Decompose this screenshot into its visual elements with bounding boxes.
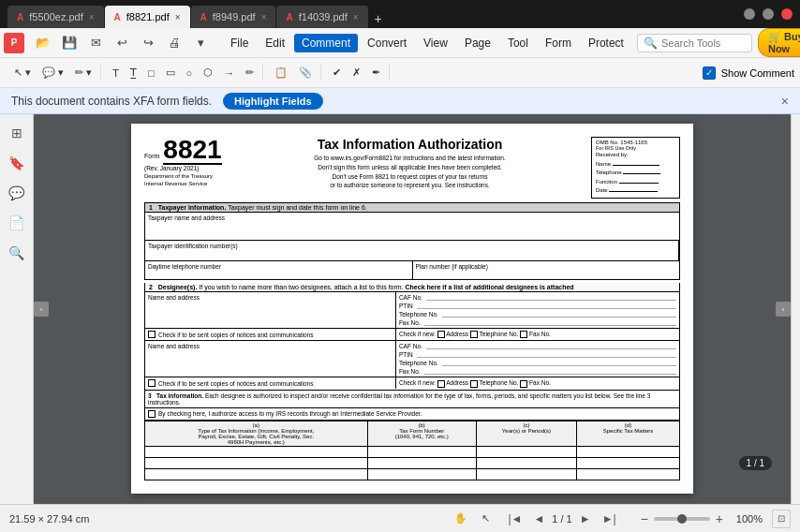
sign-tool[interactable]: ✒	[367, 65, 385, 81]
strikethrough-tool[interactable]: T	[108, 66, 124, 81]
menu-comment[interactable]: Comment	[294, 34, 358, 52]
menu-edit[interactable]: Edit	[258, 34, 292, 52]
menu-view[interactable]: View	[416, 34, 455, 52]
menu-form[interactable]: Form	[538, 34, 579, 52]
tab-close[interactable]: ×	[353, 12, 359, 22]
isp-checkbox[interactable]	[148, 410, 156, 418]
new-fax-cb-2[interactable]	[520, 380, 527, 388]
cursor-tool[interactable]: ↖ ▾	[9, 65, 36, 81]
hand-tool[interactable]: ✋	[450, 508, 472, 530]
omb-box: OMB No. 1545-1165 For IRS Use Only Recei…	[591, 137, 680, 199]
check-tool[interactable]: ✔	[328, 65, 346, 81]
viewer-wrap: ⊞ 🔖 💬 📄 🔍 › Form 8821 (Rev. January 2021…	[0, 114, 800, 504]
save-icon[interactable]: 💾	[58, 32, 81, 54]
polygon-tool[interactable]: ⬡	[199, 65, 217, 81]
page-total: 1	[759, 458, 764, 468]
last-page-button[interactable]: ►|	[599, 511, 620, 526]
new-address-cb-2[interactable]	[437, 380, 445, 388]
email-icon[interactable]: ✉	[84, 32, 107, 54]
zoom-out-button[interactable]: −	[639, 511, 650, 526]
highlight-fields-button[interactable]: Highlight Fields	[223, 93, 323, 110]
zoom-slider[interactable]	[654, 517, 710, 521]
menu-page[interactable]: Page	[457, 34, 498, 52]
menu-tool[interactable]: Tool	[500, 34, 536, 52]
tab-f5500ez[interactable]: A f5500ez.pdf ×	[7, 6, 104, 28]
search-box[interactable]: 🔍	[637, 34, 752, 52]
tab-close[interactable]: ×	[261, 12, 267, 22]
right-icons: 🔍 🛒 Buy Now 👤 ⋮ ⎋ ⬆ ?	[633, 28, 800, 57]
window-controls: — ▭ ×	[744, 8, 793, 20]
underline-tool[interactable]: T̲	[126, 65, 141, 81]
show-comment-checkbox[interactable]	[703, 66, 716, 80]
tab-f14039[interactable]: A f14039.pdf ×	[276, 6, 367, 28]
fit-page-button[interactable]: ⊡	[772, 510, 791, 528]
toolbar-group-4: ✔ ✗ ✒	[324, 65, 390, 81]
tax-info-table: (a)Type of Tax Information (Income, Empl…	[144, 421, 680, 480]
print-icon[interactable]: 🖨	[163, 32, 185, 54]
sidebar-comment-icon[interactable]: 💬	[6, 182, 28, 204]
menu-protect[interactable]: Protect	[581, 34, 631, 52]
form-rev: (Rev. January 2021)	[144, 165, 229, 171]
xfa-close-button[interactable]: ×	[781, 94, 789, 109]
sidebar-pages-icon[interactable]: 📄	[6, 212, 28, 234]
tab-close[interactable]: ×	[89, 12, 95, 22]
zoom-thumb[interactable]	[677, 514, 687, 524]
next-page-button[interactable]: ►	[576, 511, 595, 526]
left-sidebar: ⊞ 🔖 💬 📄 🔍	[0, 114, 34, 504]
circle-tool[interactable]: ○	[182, 66, 198, 81]
right-sidebar	[791, 114, 800, 504]
undo-icon[interactable]: ↩	[111, 32, 133, 54]
menu-file[interactable]: File	[223, 34, 256, 52]
form-header: Form 8821 (Rev. January 2021) Department…	[144, 137, 680, 199]
form-number: 8821	[163, 137, 221, 165]
page-current: 1	[747, 458, 752, 468]
restore-button[interactable]: ▭	[763, 8, 774, 20]
collapse-left-button[interactable]: ›	[34, 302, 49, 317]
attach-tool[interactable]: 📎	[294, 65, 317, 81]
collapse-left-arrow-icon[interactable]: ›	[34, 302, 49, 317]
table-row	[145, 468, 680, 480]
taxpayer-phone-row: Daytime telephone number Plan number (if…	[144, 261, 680, 280]
minimize-button[interactable]: —	[744, 8, 755, 20]
open-icon[interactable]: 📂	[32, 32, 54, 54]
search-input[interactable]	[661, 37, 746, 49]
new-fax-cb-1[interactable]	[520, 331, 527, 338]
form-label: Form	[144, 153, 159, 159]
tab-f8821[interactable]: A f8821.pdf ×	[105, 6, 190, 28]
new-tab-button[interactable]: +	[369, 9, 388, 28]
rect-tool[interactable]: □	[143, 66, 159, 81]
toolbar-group-2: T T̲ □ ▭ ○ ⬡ → ✏	[104, 65, 263, 81]
tab-close[interactable]: ×	[175, 12, 181, 22]
page-navigation: |◄ ◄ 1 / 1 ► ►|	[504, 511, 619, 526]
sidebar-home-icon[interactable]: ⊞	[6, 122, 28, 144]
tab-f8949[interactable]: A f8949.pdf ×	[191, 6, 276, 28]
stamp-tool[interactable]: 📋	[270, 65, 292, 81]
arrow-tool[interactable]: →	[219, 66, 239, 81]
comment-tool[interactable]: 💬 ▾	[37, 65, 68, 81]
new-phone-cb-1[interactable]	[470, 331, 478, 338]
xfa-message: This document contains XFA form fields. …	[11, 93, 323, 110]
cross-tool[interactable]: ✗	[348, 65, 365, 81]
prev-page-button[interactable]: ◄	[529, 511, 548, 526]
menu-convert[interactable]: Convert	[360, 34, 414, 52]
redo-icon[interactable]: ↪	[137, 32, 159, 54]
pencil-tool[interactable]: ✏	[241, 65, 259, 81]
collapse-right-button[interactable]: ‹	[776, 302, 791, 317]
close-button[interactable]: ×	[781, 8, 793, 20]
buy-now-button[interactable]: 🛒 Buy Now	[758, 28, 800, 57]
sidebar-search-icon[interactable]: 🔍	[6, 242, 28, 264]
collapse-right-arrow-icon[interactable]: ‹	[776, 302, 791, 317]
copies-checkbox-2[interactable]	[148, 379, 156, 387]
xfa-banner: This document contains XFA form fields. …	[0, 88, 800, 114]
select-tool[interactable]: ↖	[474, 508, 496, 530]
dropdown-arrow-icon[interactable]: ▾	[189, 32, 212, 54]
first-page-button[interactable]: |◄	[504, 511, 526, 526]
toolbar-group-3: 📋 📎	[266, 65, 321, 81]
markup-tool[interactable]: ✏ ▾	[70, 65, 96, 81]
zoom-in-button[interactable]: +	[714, 511, 725, 526]
sidebar-bookmark-icon[interactable]: 🔖	[6, 152, 28, 174]
copies-checkbox-1[interactable]	[148, 331, 156, 338]
new-phone-cb-2[interactable]	[470, 380, 478, 388]
rect2-tool[interactable]: ▭	[161, 65, 180, 81]
new-address-cb-1[interactable]	[437, 331, 445, 338]
